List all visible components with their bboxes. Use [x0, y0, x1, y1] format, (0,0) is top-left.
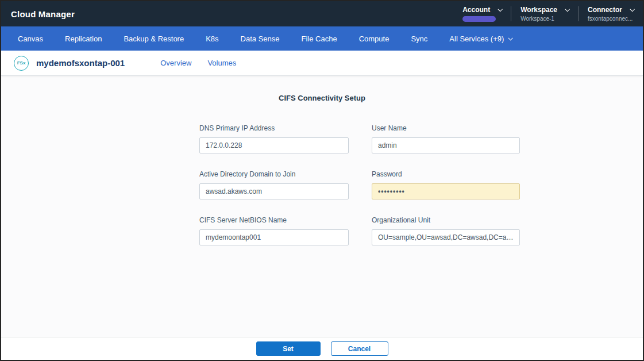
connector-menu[interactable]: Connector fsxontapconnec... — [579, 1, 643, 26]
user-name-label: User Name — [372, 124, 520, 132]
workspace-label: Workspace — [520, 6, 557, 14]
netbios-input[interactable] — [199, 229, 349, 245]
chevron-down-icon — [565, 7, 569, 11]
resource-name: mydemofsxontap-001 — [36, 58, 125, 68]
password-field: Password — [372, 170, 520, 199]
nav-item-data-sense[interactable]: Data Sense — [230, 26, 291, 51]
nav-item-sync[interactable]: Sync — [400, 26, 438, 51]
chevron-down-icon — [630, 7, 634, 11]
organizational-unit-input[interactable] — [372, 229, 520, 245]
netbios-field: CIFS Server NetBIOS Name — [199, 216, 349, 245]
tab-overview[interactable]: Overview — [160, 59, 191, 67]
connector-label: Connector — [588, 6, 622, 14]
netbios-label: CIFS Server NetBIOS Name — [199, 216, 349, 224]
dns-primary-ip-field: DNS Primary IP Address — [199, 124, 349, 153]
organizational-unit-label: Organizational Unit — [372, 216, 520, 224]
nav-item-file-cache[interactable]: File Cache — [291, 26, 348, 51]
app-title: Cloud Manager — [11, 9, 75, 19]
account-menu[interactable]: Account — [453, 1, 511, 26]
nav-item-canvas[interactable]: Canvas — [7, 26, 54, 51]
user-name-field: User Name — [372, 124, 520, 153]
ad-domain-input[interactable] — [199, 183, 349, 199]
password-input[interactable] — [372, 183, 520, 199]
password-label: Password — [372, 170, 520, 178]
account-value-redacted — [462, 16, 496, 22]
cifs-form: DNS Primary IP Address User Name Active … — [199, 124, 520, 245]
top-header: Cloud Manager Account Workspace Workspac… — [1, 1, 643, 26]
account-label: Account — [462, 6, 490, 14]
fsx-icon: FSx — [14, 56, 29, 71]
nav-item-k8s[interactable]: K8s — [195, 26, 229, 51]
ad-domain-label: Active Directory Domain to Join — [199, 170, 349, 178]
page-title: CIFS Connectivity Setup — [1, 94, 643, 102]
nav-item-replication[interactable]: Replication — [54, 26, 113, 51]
nav-item-compute[interactable]: Compute — [348, 26, 400, 51]
nav-item-backup-restore[interactable]: Backup & Restore — [113, 26, 195, 51]
user-name-input[interactable] — [372, 137, 520, 153]
cancel-button[interactable]: Cancel — [331, 341, 388, 356]
resource-bar: FSx mydemofsxontap-001 Overview Volumes — [1, 51, 643, 76]
main-content: CIFS Connectivity Setup DNS Primary IP A… — [1, 76, 643, 337]
tab-volumes[interactable]: Volumes — [207, 59, 236, 67]
organizational-unit-field: Organizational Unit — [372, 216, 520, 245]
dns-primary-ip-label: DNS Primary IP Address — [199, 124, 349, 132]
cloud-manager-window: Cloud Manager Account Workspace Workspac… — [0, 0, 644, 361]
workspace-value: Workspace-1 — [520, 16, 569, 22]
nav-item-all-services[interactable]: All Services (+9) — [438, 26, 523, 51]
set-button[interactable]: Set — [256, 341, 321, 356]
ad-domain-field: Active Directory Domain to Join — [199, 170, 349, 199]
services-nav: Canvas Replication Backup & Restore K8s … — [1, 26, 643, 51]
dns-primary-ip-input[interactable] — [199, 137, 349, 153]
footer-action-bar: Set Cancel — [1, 337, 643, 360]
connector-value: fsxontapconnec... — [588, 16, 634, 22]
header-menus: Account Workspace Workspace-1 Connector — [453, 1, 643, 26]
workspace-menu[interactable]: Workspace Workspace-1 — [511, 1, 578, 26]
chevron-down-icon — [498, 7, 503, 11]
chevron-down-icon — [508, 36, 513, 40]
